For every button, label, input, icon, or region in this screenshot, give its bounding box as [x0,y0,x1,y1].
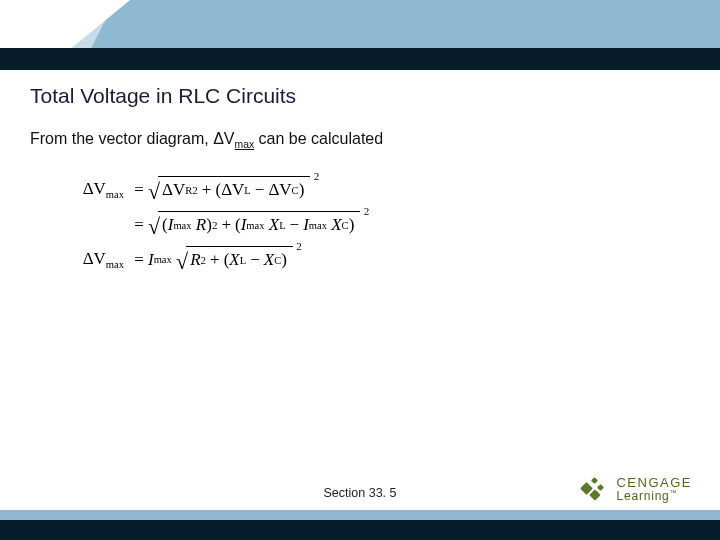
eq1-term-c-sub: C [292,185,299,196]
eq2-outer-sup: 2 [364,205,370,217]
eq2-a-R: R [196,215,206,235]
equation-2: = √ (Imax R)2 + (Imax XL − Imax XC) 2 [68,211,508,238]
eq3-rhs: Imax √ R2 + (XL − XC) 2 [148,246,293,273]
cengage-logo: CENGAGE Learning™ [582,476,692,502]
equation-1: ΔVmax = √ ΔVR2 + (ΔVL − ΔVC) 2 [68,176,508,203]
slide: Total Voltage in RLC Circuits From the v… [0,0,720,540]
eq2-c-Xsub: C [342,220,349,231]
eq2-rhs: √ (Imax R)2 + (Imax XL − Imax XC) 2 [148,211,360,238]
sqrt-icon: √ ΔVR2 + (ΔVL − ΔVC) [148,176,310,203]
body-suffix: can be calculated [254,130,383,147]
eq2-c-sub: max [309,220,327,231]
eq1-term-b: ΔV [221,180,244,200]
eq3-outer-sup: 2 [296,240,302,252]
eq2-c-X: X [331,215,341,235]
equals-sign: = [130,215,148,235]
sqrt-icon: √ (Imax R)2 + (Imax XL − Imax XC) [148,211,360,238]
eq1-rhs: √ ΔVR2 + (ΔVL − ΔVC) 2 [148,176,310,203]
logo-text: CENGAGE Learning™ [616,476,692,502]
logo-sub-brand: Learning™ [616,489,692,502]
eq2-b-sub: max [246,220,264,231]
eq3-XC-sub: C [274,255,281,266]
eq3-XC: X [264,250,274,270]
header-band-dark [0,48,720,70]
eq3-lhs-sym: ΔV [83,249,106,268]
body-text: From the vector diagram, ΔVmax can be ca… [30,130,383,150]
equals-sign: = [130,250,148,270]
body-prefix: From the vector diagram, ΔV [30,130,235,147]
equations-block: ΔVmax = √ ΔVR2 + (ΔVL − ΔVC) 2 [68,168,508,281]
logo-mark-icon [582,476,608,502]
eq2-a-sub: max [173,220,191,231]
logo-brand: CENGAGE [616,476,692,489]
eq1-term-c: ΔV [268,180,291,200]
body-sub: max [235,139,255,150]
eq3-R: R [190,250,200,270]
eq3-lhs: ΔVmax [68,249,130,270]
eq1-term-a-sub: R [185,185,192,196]
logo-sub-text: Learning [616,489,669,503]
footer-band-light [0,510,720,520]
sqrt-icon: √ R2 + (XL − XC) [176,246,293,273]
header-band-light [0,0,720,48]
logo-tm: ™ [670,489,678,496]
eq1-lhs-sub: max [106,189,124,200]
eq2-b-X: X [269,215,279,235]
eq1-lhs: ΔVmax [68,179,130,200]
page-title: Total Voltage in RLC Circuits [30,84,296,108]
eq3-lhs-sub: max [106,259,124,270]
equals-sign: = [130,180,148,200]
eq1-term-a: ΔV [162,180,185,200]
eq3-XL: X [229,250,239,270]
eq1-lhs-sym: ΔV [83,179,106,198]
eq3-I-sub: max [154,254,172,265]
footer-band-dark [0,520,720,540]
equation-3: ΔVmax = Imax √ R2 + (XL − XC) 2 [68,246,508,273]
eq1-outer-sup: 2 [314,170,320,182]
